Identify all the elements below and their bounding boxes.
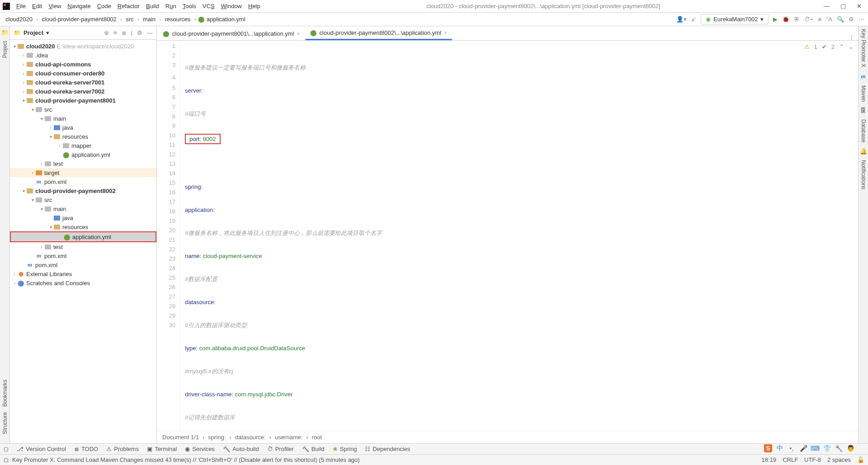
crumb-username[interactable]: username: <box>275 434 302 441</box>
crumb-spring[interactable]: spring: <box>208 434 226 441</box>
chevron-down-icon[interactable]: ▾ <box>46 29 49 36</box>
tree-idea[interactable]: .idea <box>35 52 48 59</box>
crumb-file[interactable]: application.yml <box>205 15 247 23</box>
line-gutter[interactable]: 1234567891011121314151617181920212223242… <box>157 41 180 431</box>
tree-api-commons[interactable]: cloud-api-commons <box>35 61 91 68</box>
tree-root[interactable]: cloud2020 <box>26 43 55 50</box>
tree-8002-java[interactable]: java <box>62 215 73 221</box>
database-icon[interactable]: 🗄 <box>860 107 866 114</box>
maximize-icon[interactable]: ▢ <box>840 3 846 9</box>
file-encoding[interactable]: UTF-8 <box>804 456 821 463</box>
tree-pay8001[interactable]: cloud-provider-payment8001 <box>35 97 116 104</box>
tree-8002-test[interactable]: test <box>53 244 63 250</box>
coverage-icon[interactable]: ⛨ <box>794 16 800 23</box>
readonly-icon[interactable]: 🔓 <box>857 456 864 463</box>
tree-scratches[interactable]: Scratches and Consoles <box>26 280 90 287</box>
crumb-module[interactable]: cloud-provider-payment8002 <box>40 15 118 23</box>
tree-8001-java[interactable]: java <box>62 124 73 131</box>
menu-edit[interactable]: Edit <box>29 1 45 11</box>
maven-icon[interactable]: m <box>861 73 865 80</box>
menu-tools[interactable]: Tools <box>180 1 199 11</box>
stop-icon[interactable]: ■ <box>818 16 821 23</box>
maven-tab[interactable]: Maven <box>860 85 867 102</box>
settings-icon[interactable]: ⚙ <box>849 16 854 23</box>
keypromoter-tab[interactable]: Key Promoter X <box>860 29 867 67</box>
ide-scripting-icon[interactable]: ⋯ <box>859 16 864 23</box>
profile-icon[interactable]: ⏱▾ <box>804 16 813 23</box>
tree-eureka7001[interactable]: cloud-eureka-server7001 <box>35 79 104 86</box>
crumb-value[interactable]: root <box>312 434 322 441</box>
tree-8001-mapper[interactable]: mapper <box>71 142 91 149</box>
menu-file[interactable]: File <box>14 1 28 11</box>
crumb-main[interactable]: main <box>141 15 157 23</box>
run-icon[interactable]: ▶ <box>773 16 778 23</box>
crumb-root[interactable]: cloud2020 <box>4 15 34 23</box>
gear-icon[interactable]: ⚙ <box>137 29 142 36</box>
minimize-icon[interactable]: — <box>824 3 830 9</box>
tw-square-icon[interactable]: ◻ <box>4 446 9 452</box>
ime-user-icon[interactable]: 👨 <box>846 444 854 452</box>
menu-vcs[interactable]: VCS <box>200 1 217 11</box>
tree-8001-target[interactable]: target <box>44 169 59 176</box>
hide-icon[interactable]: — <box>147 29 153 36</box>
tree-pay8002[interactable]: cloud-provider-payment8002 <box>35 188 116 194</box>
tree-8001-pom[interactable]: pom.xml <box>44 178 66 185</box>
tw-todo[interactable]: ≣TODO <box>74 446 98 452</box>
menu-refactor[interactable]: Refactor <box>115 1 142 11</box>
status-icon[interactable]: ◻ <box>4 456 9 463</box>
menu-view[interactable]: View <box>46 1 64 11</box>
code-editor[interactable]: ⚠1✔2⌃⌄ #微服务建议一定要写服务端口号和微服务名称 server: #端口… <box>180 41 858 431</box>
structure-tool-tab[interactable]: Structure <box>2 412 8 434</box>
tree-8001-main[interactable]: main <box>53 115 66 122</box>
ime-skin-icon[interactable]: 👕 <box>823 444 831 452</box>
line-separator[interactable]: CRLF <box>783 456 798 463</box>
tw-dependencies[interactable]: ☷Dependencies <box>365 446 410 452</box>
tree-8001-resources[interactable]: resources <box>62 133 88 140</box>
debug-icon[interactable]: 🐞 <box>782 16 789 23</box>
bookmarks-tool-tab[interactable]: Bookmarks <box>2 380 8 407</box>
tree-root-pom[interactable]: pom.xml <box>35 262 57 268</box>
user-icon[interactable]: 👤▾ <box>676 16 687 23</box>
tw-services[interactable]: ◉Services <box>185 446 215 452</box>
ime-tool-icon[interactable]: 🔧 <box>835 444 843 452</box>
ime-mic-icon[interactable]: 🎤 <box>799 444 807 452</box>
database-tab[interactable]: Database <box>860 119 867 142</box>
tree-8002-appyml[interactable]: application.yml <box>72 234 111 240</box>
back-icon[interactable]: ↙ <box>691 16 696 23</box>
ime-zhong-icon[interactable]: 中 <box>776 444 784 452</box>
tw-terminal[interactable]: ▣Terminal <box>147 446 177 452</box>
crumb-res[interactable]: resources <box>163 15 192 23</box>
translate-icon[interactable]: ᵀA <box>826 16 832 23</box>
caret-position[interactable]: 18:19 <box>762 456 777 463</box>
close-tab-icon[interactable]: × <box>444 30 447 36</box>
tree-8001-src[interactable]: src <box>44 106 52 113</box>
bell-icon[interactable]: 🔔 <box>860 148 867 155</box>
sogou-icon[interactable]: S <box>764 444 772 452</box>
tw-version-control[interactable]: ⎇Version Control <box>17 446 66 452</box>
editor-tab-8001[interactable]: ⬤cloud-provider-payment8001\...\applicat… <box>158 27 305 40</box>
close-tab-icon[interactable]: × <box>297 31 300 37</box>
project-tree[interactable]: ▾cloud2020E:\idea-workspace\cloud2020 ›.… <box>10 40 156 443</box>
tw-build[interactable]: 🔨Build <box>302 446 325 452</box>
tree-8002-pom[interactable]: pom.xml <box>44 253 66 259</box>
tree-eureka7002[interactable]: cloud-eureka-server7002 <box>35 88 104 95</box>
menu-help[interactable]: Help <box>245 1 263 11</box>
indent-info[interactable]: 2 spaces <box>827 456 851 463</box>
menu-window[interactable]: Window <box>218 1 245 11</box>
collapse-all-icon[interactable]: ≣ <box>122 29 127 36</box>
project-tool-tab[interactable]: Project <box>2 41 8 58</box>
select-opened-icon[interactable]: ⊕ <box>104 29 109 36</box>
tw-profiler[interactable]: ⏱Profiler <box>267 446 294 452</box>
expand-all-icon[interactable]: ≡ <box>113 29 117 36</box>
menu-navigate[interactable]: Navigate <box>65 1 93 11</box>
inspection-widget[interactable]: ⚠1✔2⌃⌄ <box>804 43 854 50</box>
tree-consumer80[interactable]: cloud-consumer-order80 <box>35 70 104 77</box>
notifications-tab[interactable]: Notifications <box>860 160 867 189</box>
tree-8001-appyml[interactable]: application.yml <box>71 151 110 158</box>
ime-punct-icon[interactable]: •, <box>788 444 796 452</box>
editor-tab-8002[interactable]: ⬤cloud-provider-payment8002\...\applicat… <box>305 26 453 40</box>
tab-more-icon[interactable]: ⋮ <box>849 33 854 40</box>
tree-8002-resources[interactable]: resources <box>62 224 88 230</box>
tree-ext-libs[interactable]: External Libraries <box>26 271 72 277</box>
menu-build[interactable]: Build <box>143 1 162 11</box>
